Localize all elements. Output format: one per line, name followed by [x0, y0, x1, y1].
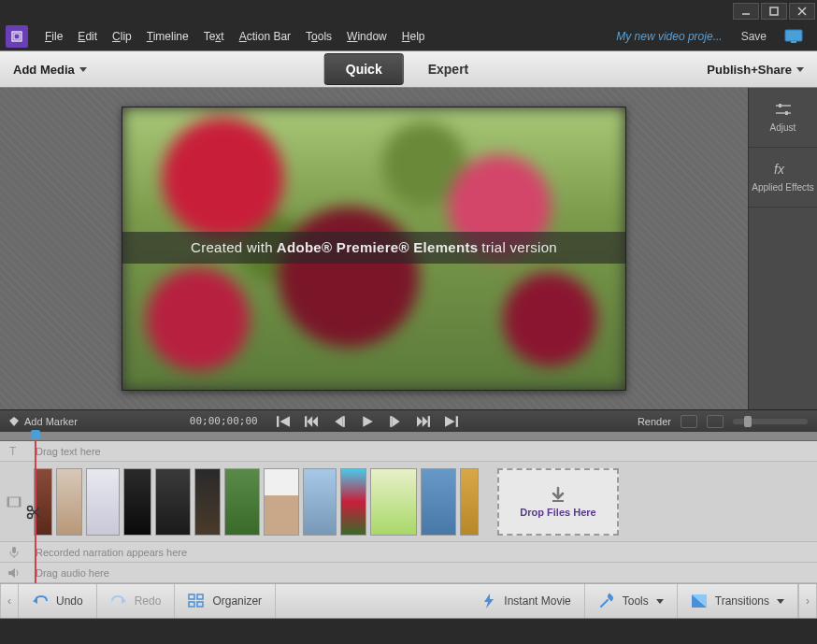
svg-rect-9 — [779, 104, 781, 107]
fit-screen-button[interactable] — [681, 415, 697, 428]
svg-marker-47 — [484, 594, 494, 608]
grid-icon — [188, 594, 205, 608]
clip-thumb[interactable] — [460, 468, 479, 536]
prev-frame-button[interactable] — [333, 415, 346, 428]
go-to-end-button[interactable] — [445, 415, 458, 428]
caret-down-icon — [796, 67, 804, 72]
svg-rect-45 — [189, 602, 194, 607]
applied-effects-button[interactable]: fx Applied Effects — [749, 148, 817, 208]
svg-marker-17 — [307, 416, 312, 427]
watermark: Created with Adobe® Premiere® Elements t… — [122, 232, 625, 264]
organizer-button[interactable]: Organizer — [175, 584, 276, 618]
transitions-label: Transitions — [715, 594, 769, 608]
next-clip-button[interactable] — [417, 415, 430, 428]
clip-thumb[interactable] — [340, 468, 366, 536]
svg-marker-23 — [392, 416, 399, 427]
organizer-label: Organizer — [212, 594, 262, 608]
redo-button[interactable]: Redo — [97, 584, 176, 618]
menu-help[interactable]: Help — [394, 26, 433, 47]
clip-thumb[interactable] — [56, 468, 82, 536]
clip-thumb[interactable] — [194, 468, 221, 536]
redo-label: Redo — [135, 594, 162, 608]
download-arrow-icon — [550, 486, 566, 503]
clip-thumb[interactable] — [264, 468, 299, 536]
menu-timeline[interactable]: Timeline — [139, 26, 196, 47]
svg-marker-15 — [280, 416, 290, 427]
project-name[interactable]: My new video proje... — [607, 30, 731, 43]
audio-track[interactable]: Drag audio here — [0, 563, 817, 583]
add-media-button[interactable]: Add Media — [0, 63, 100, 77]
narration-track[interactable]: Recorded narration appears here — [0, 542, 817, 563]
applied-effects-label: Applied Effects — [752, 182, 814, 193]
menu-action-bar[interactable]: Action Bar — [232, 26, 298, 47]
tab-quick[interactable]: Quick — [324, 53, 404, 85]
preview-frame[interactable]: Created with Adobe® Premiere® Elements t… — [122, 107, 626, 391]
menu-clip[interactable]: Clip — [105, 26, 139, 47]
zoom-slider[interactable] — [733, 419, 808, 424]
clip-thumb[interactable] — [303, 468, 337, 536]
svg-marker-27 — [445, 416, 455, 427]
clip-thumb[interactable] — [86, 468, 120, 536]
drop-files-zone[interactable]: Drop Files Here — [497, 468, 619, 536]
clip-thumb[interactable] — [123, 468, 151, 536]
fullscreen-icon[interactable] — [783, 28, 804, 45]
svg-rect-7 — [791, 41, 796, 43]
adjust-button[interactable]: Adjust — [749, 88, 817, 148]
caret-down-icon — [79, 67, 87, 72]
preview-area: Created with Adobe® Premiere® Elements t… — [0, 88, 817, 409]
svg-marker-19 — [335, 416, 342, 427]
svg-marker-21 — [363, 416, 373, 427]
narration-placeholder: Recorded narration appears here — [28, 543, 817, 562]
transitions-button[interactable]: Transitions — [678, 584, 798, 618]
menu-edit[interactable]: Edit — [70, 26, 105, 47]
menubar: File Edit Clip Timeline Text Action Bar … — [0, 22, 817, 50]
video-track[interactable]: Drop Files Here — [0, 462, 817, 542]
text-track-icon: T — [0, 445, 28, 458]
svg-rect-38 — [12, 547, 16, 553]
go-to-start-button[interactable] — [277, 415, 290, 428]
save-button[interactable]: Save — [732, 30, 776, 43]
sliders-icon — [774, 102, 793, 117]
close-button[interactable] — [789, 3, 815, 20]
zoom-thumb[interactable] — [744, 416, 752, 427]
fx-icon: fx — [773, 162, 794, 177]
svg-rect-26 — [427, 416, 429, 427]
scissors-icon[interactable] — [26, 505, 41, 520]
safe-margin-button[interactable] — [707, 415, 724, 428]
redo-icon — [110, 594, 127, 608]
svg-marker-25 — [423, 416, 428, 427]
render-button[interactable]: Render — [638, 416, 671, 427]
menu-text[interactable]: Text — [196, 26, 232, 47]
scroll-right-button[interactable]: › — [798, 584, 817, 618]
clip-thumb[interactable] — [421, 468, 456, 536]
publish-share-button[interactable]: Publish+Share — [694, 63, 817, 77]
scroll-left-button[interactable]: ‹ — [0, 584, 19, 618]
menu-tools[interactable]: Tools — [298, 26, 339, 47]
undo-button[interactable]: Undo — [19, 584, 97, 618]
svg-text:T: T — [9, 445, 17, 458]
instant-movie-button[interactable]: Instant Movie — [468, 584, 584, 618]
caret-down-icon — [777, 599, 784, 604]
next-frame-button[interactable] — [389, 415, 402, 428]
maximize-button[interactable] — [761, 3, 787, 20]
play-button[interactable] — [361, 415, 374, 428]
text-track[interactable]: T Drag text here — [0, 441, 817, 462]
prev-clip-button[interactable] — [305, 415, 318, 428]
clip-thumb[interactable] — [224, 468, 260, 536]
clip-thumb[interactable] — [370, 468, 417, 536]
clip-thumb[interactable] — [155, 468, 191, 536]
add-marker-button[interactable]: Add Marker — [24, 416, 78, 427]
app-icon[interactable] — [6, 25, 28, 48]
watermark-prefix: Created with — [191, 239, 273, 255]
tools-button[interactable]: Tools — [585, 584, 678, 618]
clip-thumb[interactable] — [34, 468, 52, 536]
menu-window[interactable]: Window — [339, 26, 394, 47]
minimize-button[interactable] — [733, 3, 759, 20]
menu-file[interactable]: File — [37, 26, 70, 47]
tab-expert[interactable]: Expert — [404, 50, 494, 88]
svg-rect-16 — [305, 416, 307, 427]
timeline-ruler[interactable] — [0, 432, 817, 441]
tools-label: Tools — [623, 594, 649, 608]
playhead[interactable] — [31, 430, 40, 439]
playbar: Add Marker 00;00;00;00 Render — [0, 409, 817, 432]
